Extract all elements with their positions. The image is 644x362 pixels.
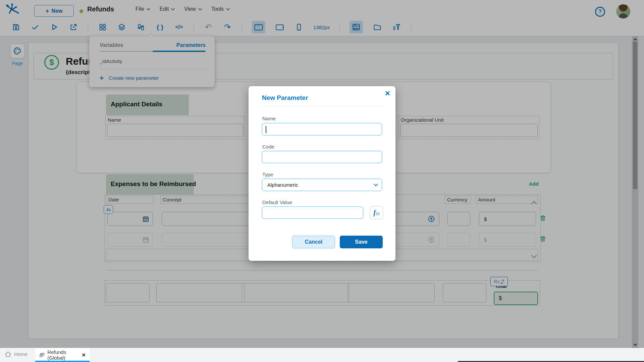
tab-refunds-global[interactable]: Refunds (Global) × (35, 348, 90, 362)
modal-close-icon[interactable]: × (385, 88, 390, 99)
param-default-label: Default Value (262, 199, 292, 205)
app-root: + New Refunds File Edit View Tools ? (0, 0, 644, 362)
text-cursor (266, 126, 266, 133)
home-icon (5, 351, 11, 357)
param-default-input[interactable] (262, 206, 363, 219)
home-tab[interactable]: Home (5, 351, 28, 357)
param-type-value: Alphanumeric (267, 182, 298, 188)
active-tab-underline (35, 361, 90, 362)
param-code-label: Code (262, 144, 274, 149)
home-tab-label: Home (14, 351, 28, 357)
form-tab-icon (39, 352, 45, 358)
tab-close-icon[interactable]: × (82, 351, 86, 359)
param-code-input[interactable] (262, 151, 382, 163)
modal-title: New Parameter (262, 94, 308, 102)
formula-fx-button[interactable]: f(x) (370, 206, 383, 219)
bottom-tab-bar: Home Refunds (Global) × (0, 348, 644, 362)
new-parameter-modal: × New Parameter Name Code Type Alphanume… (249, 86, 395, 261)
param-type-select[interactable]: Alphanumeric (262, 179, 382, 191)
chevron-down-icon (374, 182, 378, 186)
param-name-input[interactable] (262, 123, 382, 135)
cancel-button[interactable]: Cancel (292, 236, 335, 248)
modal-title-divider (262, 106, 382, 107)
param-name-label: Name (262, 116, 276, 121)
fx-icon: f (373, 209, 376, 217)
param-type-label: Type (262, 172, 273, 177)
save-button[interactable]: Save (340, 236, 383, 248)
tab-label: Refunds (Global) (47, 349, 78, 361)
